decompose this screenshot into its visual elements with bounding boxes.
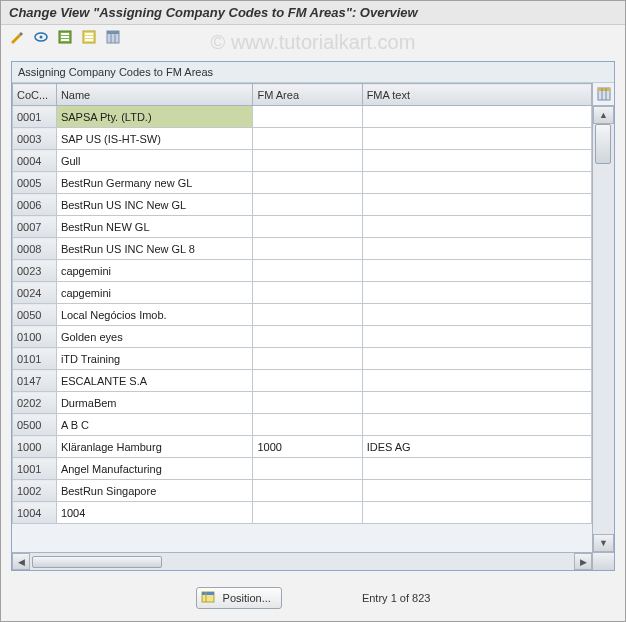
cell-fmatext[interactable] (362, 194, 591, 216)
col-fmatext[interactable]: FMA text (362, 84, 591, 106)
cell-fmatext[interactable] (362, 458, 591, 480)
cell-fmarea[interactable] (253, 216, 362, 238)
cell-cocode[interactable]: 0005 (13, 172, 57, 194)
cell-fmatext[interactable] (362, 216, 591, 238)
cell-fmatext[interactable] (362, 392, 591, 414)
table-row[interactable]: 0024capgemini (13, 282, 592, 304)
cell-fmarea[interactable] (253, 282, 362, 304)
cell-fmarea[interactable] (253, 172, 362, 194)
cell-fmarea[interactable] (253, 194, 362, 216)
cell-fmarea[interactable] (253, 106, 362, 128)
table-row[interactable]: 0008BestRun US INC New GL 8 (13, 238, 592, 260)
cell-cocode[interactable]: 0101 (13, 348, 57, 370)
table-row[interactable]: 0050Local Negócios Imob. (13, 304, 592, 326)
cell-fmatext[interactable] (362, 128, 591, 150)
vertical-scrollbar[interactable]: ▲ ▼ (593, 106, 614, 552)
cell-fmarea[interactable] (253, 458, 362, 480)
table-row[interactable]: 10041004 (13, 502, 592, 524)
col-fmarea[interactable]: FM Area (253, 84, 362, 106)
cell-fmatext[interactable] (362, 502, 591, 524)
cell-fmarea[interactable] (253, 150, 362, 172)
cell-fmatext[interactable] (362, 150, 591, 172)
configure-columns-icon[interactable] (593, 83, 614, 106)
cell-cocode[interactable]: 0050 (13, 304, 57, 326)
table-row[interactable]: 0005BestRun Germany new GL (13, 172, 592, 194)
table-row[interactable]: 0007BestRun NEW GL (13, 216, 592, 238)
cell-cocode[interactable]: 0202 (13, 392, 57, 414)
cell-name[interactable]: BestRun Singapore (56, 480, 253, 502)
cell-fmatext[interactable] (362, 106, 591, 128)
cell-name[interactable]: Golden eyes (56, 326, 253, 348)
col-cocode[interactable]: CoC... (13, 84, 57, 106)
cell-name[interactable]: A B C (56, 414, 253, 436)
cell-fmarea[interactable] (253, 326, 362, 348)
cell-cocode[interactable]: 0004 (13, 150, 57, 172)
scroll-up-icon[interactable]: ▲ (593, 106, 614, 124)
table-row[interactable]: 1002BestRun Singapore (13, 480, 592, 502)
other-view-icon[interactable] (31, 28, 51, 46)
table-row[interactable]: 0100Golden eyes (13, 326, 592, 348)
table-row[interactable]: 1000Kläranlage Hamburg1000IDES AG (13, 436, 592, 458)
cell-name[interactable]: BestRun Germany new GL (56, 172, 253, 194)
cell-fmarea[interactable] (253, 304, 362, 326)
cell-name[interactable]: iTD Training (56, 348, 253, 370)
deselect-all-icon[interactable] (79, 28, 99, 46)
cell-fmarea[interactable] (253, 480, 362, 502)
table-row[interactable]: 0202DurmaBem (13, 392, 592, 414)
cell-cocode[interactable]: 0008 (13, 238, 57, 260)
cell-cocode[interactable]: 1000 (13, 436, 57, 458)
cell-fmarea[interactable] (253, 128, 362, 150)
hscroll-right-icon[interactable]: ▶ (574, 553, 592, 570)
cell-fmatext[interactable] (362, 414, 591, 436)
cell-name[interactable]: capgemini (56, 282, 253, 304)
hscroll-thumb[interactable] (32, 556, 162, 568)
cell-cocode[interactable]: 0100 (13, 326, 57, 348)
cell-cocode[interactable]: 0500 (13, 414, 57, 436)
cell-name[interactable]: DurmaBem (56, 392, 253, 414)
table-row[interactable]: 0500A B C (13, 414, 592, 436)
cell-cocode[interactable]: 1001 (13, 458, 57, 480)
cell-name[interactable]: Gull (56, 150, 253, 172)
cell-fmatext[interactable] (362, 238, 591, 260)
cell-fmatext[interactable] (362, 260, 591, 282)
cell-fmarea[interactable]: 1000 (253, 436, 362, 458)
cell-cocode[interactable]: 1002 (13, 480, 57, 502)
position-button[interactable]: Position... (196, 587, 282, 609)
cell-fmarea[interactable] (253, 414, 362, 436)
cell-name[interactable]: SAP US (IS-HT-SW) (56, 128, 253, 150)
toggle-display-change-icon[interactable] (7, 28, 27, 46)
cell-cocode[interactable]: 0001 (13, 106, 57, 128)
hscroll-left-icon[interactable]: ◀ (12, 553, 30, 570)
cell-fmarea[interactable] (253, 392, 362, 414)
cell-name[interactable]: BestRun US INC New GL (56, 194, 253, 216)
cell-fmatext[interactable] (362, 370, 591, 392)
cell-fmarea[interactable] (253, 348, 362, 370)
table-row[interactable]: 0001SAPSA Pty. (LTD.) (13, 106, 592, 128)
col-name[interactable]: Name (56, 84, 253, 106)
cell-fmatext[interactable]: IDES AG (362, 436, 591, 458)
cell-name[interactable]: ESCALANTE S.A (56, 370, 253, 392)
cell-cocode[interactable]: 0003 (13, 128, 57, 150)
cell-name[interactable]: BestRun US INC New GL 8 (56, 238, 253, 260)
cell-fmatext[interactable] (362, 326, 591, 348)
cell-fmatext[interactable] (362, 172, 591, 194)
cell-fmarea[interactable] (253, 502, 362, 524)
cell-cocode[interactable]: 0007 (13, 216, 57, 238)
cell-fmarea[interactable] (253, 238, 362, 260)
scroll-down-icon[interactable]: ▼ (593, 534, 614, 552)
cell-name[interactable]: 1004 (56, 502, 253, 524)
cell-name[interactable]: Kläranlage Hamburg (56, 436, 253, 458)
table-settings-icon[interactable] (103, 28, 123, 46)
cell-fmatext[interactable] (362, 304, 591, 326)
cell-cocode[interactable]: 0147 (13, 370, 57, 392)
table-row[interactable]: 0004Gull (13, 150, 592, 172)
table-row[interactable]: 0147ESCALANTE S.A (13, 370, 592, 392)
table-row[interactable]: 0003SAP US (IS-HT-SW) (13, 128, 592, 150)
table-row[interactable]: 0023capgemini (13, 260, 592, 282)
cell-cocode[interactable]: 0006 (13, 194, 57, 216)
table-row[interactable]: 1001Angel Manufacturing (13, 458, 592, 480)
cell-name[interactable]: Local Negócios Imob. (56, 304, 253, 326)
cell-name[interactable]: Angel Manufacturing (56, 458, 253, 480)
cell-cocode[interactable]: 0024 (13, 282, 57, 304)
cell-cocode[interactable]: 0023 (13, 260, 57, 282)
